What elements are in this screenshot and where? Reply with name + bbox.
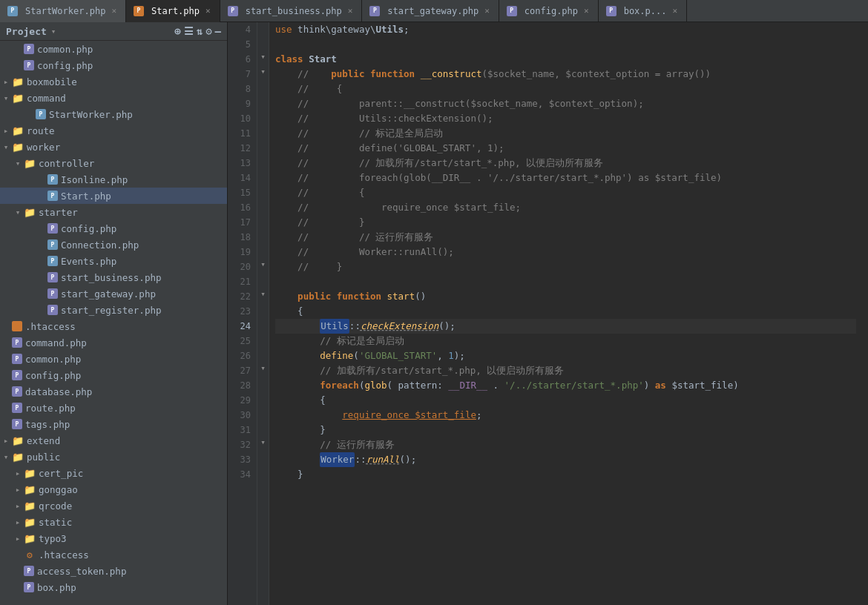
code-line-17: // } — [275, 215, 856, 230]
tree-item-tags-php[interactable]: P tags.php — [0, 416, 227, 432]
ln-14: 14 — [234, 171, 251, 185]
ln-8: 8 — [234, 82, 251, 96]
tree-item-isonline[interactable]: P Isonline.php — [0, 171, 227, 188]
tree-item-start[interactable]: P Start.php — [0, 188, 227, 204]
tree-item-connection[interactable]: P Connection.php — [0, 237, 227, 253]
php-purple-icon-3: P — [507, 6, 517, 16]
folder-icon: 📁 — [12, 125, 24, 136]
tree-item-route[interactable]: 📁 route — [0, 122, 227, 139]
tree-item-access-token[interactable]: P access_token.php — [0, 563, 227, 579]
tree-label: static — [39, 517, 72, 528]
tree-item-boxmobile[interactable]: 📁 boxmobile — [0, 73, 227, 90]
tree-item-config-starter[interactable]: P config.php — [0, 220, 227, 237]
tab-box-close[interactable]: ✕ — [671, 5, 679, 16]
tree-item-config-php-root[interactable]: P config.php — [0, 367, 227, 383]
tree-item-common-php-root[interactable]: P common.php — [0, 351, 227, 367]
settings-icon[interactable]: ⚙ — [206, 25, 211, 37]
tree-item-start-business[interactable]: P start_business.php — [0, 269, 227, 285]
php-purple-icon-1: P — [228, 6, 238, 16]
tree-item-config-php-top[interactable]: P config.php — [0, 57, 227, 73]
tab-start-business-close[interactable]: ✕ — [346, 5, 355, 16]
php-purple-icon-2: P — [369, 6, 380, 16]
ln-34: 34 — [234, 467, 251, 482]
tree-item-extend[interactable]: 📁 extend — [0, 432, 227, 449]
tree-label: database.php — [25, 386, 92, 397]
tree-item-htaccess-top[interactable]: ⚙ .htaccess — [0, 318, 227, 334]
tree-label: starter — [39, 207, 78, 218]
tree-label: boxmobile — [27, 76, 77, 87]
php-blue-icon: P — [47, 239, 58, 250]
project-dropdown-arrow[interactable]: ▾ — [51, 27, 56, 36]
ln-17: 17 — [234, 215, 251, 230]
php-icon: P — [12, 419, 22, 429]
tab-config[interactable]: P config.php ✕ — [499, 0, 599, 22]
tree-item-database-php[interactable]: P database.php — [0, 383, 227, 400]
tree-label: Events.php — [61, 256, 116, 267]
tree-item-start-register[interactable]: P start_register.php — [0, 302, 227, 318]
code-line-11: // // 标记是全局启动 — [275, 126, 856, 141]
sort-icon[interactable]: ⇅ — [197, 25, 203, 37]
tree-item-command[interactable]: 📁 command — [0, 90, 227, 106]
folder-icon: 📁 — [12, 92, 24, 104]
tree-item-start-gateway[interactable]: P start_gateway.php — [0, 285, 227, 302]
tab-box[interactable]: P box.p... ✕ — [599, 0, 687, 22]
tab-start-business[interactable]: P start_business.php ✕ — [220, 0, 363, 22]
code-editor[interactable]: 4 5 6 7 8 9 10 11 12 13 14 15 16 17 18 1… — [228, 22, 868, 605]
code-line-7: // public function __construct($socket_n… — [275, 67, 856, 82]
ln-15: 15 — [234, 185, 251, 200]
minimize-icon[interactable]: — — [215, 25, 221, 37]
tree-item-qrcode[interactable]: 📁 qrcode — [0, 497, 227, 514]
tree-item-common-php-top[interactable]: P common.php — [0, 41, 227, 57]
tab-config-label: config.php — [525, 6, 578, 16]
tree-item-controller[interactable]: 📁 controller — [0, 155, 227, 171]
tree-item-command-php[interactable]: P command.php — [0, 334, 227, 351]
ln-7: 7 — [234, 67, 251, 82]
code-line-22: public function start() — [275, 289, 856, 304]
ln-12: 12 — [234, 141, 251, 156]
folder-icon: 📁 — [12, 451, 24, 463]
code-line-23: { — [275, 304, 856, 319]
tree-item-events[interactable]: P Events.php — [0, 253, 227, 269]
tab-startworker-close[interactable]: ✕ — [110, 5, 118, 16]
tab-start-gateway-close[interactable]: ✕ — [483, 5, 491, 16]
locate-icon[interactable]: ⊕ — [174, 25, 180, 37]
tree-label: config.php — [25, 370, 81, 381]
tab-start[interactable]: P Start.php ✕ — [126, 0, 220, 22]
tree-label: start_gateway.php — [61, 288, 156, 300]
tree-item-htaccess-public[interactable]: ⚙ .htaccess — [0, 546, 227, 563]
tab-start-gateway[interactable]: P start_gateway.php ✕ — [362, 0, 499, 22]
tree-item-startworker[interactable]: P StartWorker.php — [0, 106, 227, 122]
tree-label: .htaccess — [25, 321, 76, 332]
code-line-16: // require_once $start_file; — [275, 200, 856, 215]
htaccess-icon: ⚙ — [24, 549, 36, 561]
tree-item-gonggao[interactable]: 📁 gonggao — [0, 481, 227, 497]
ln-13: 13 — [234, 156, 251, 171]
tree-item-worker[interactable]: 📁 worker — [0, 139, 227, 155]
tree-label: start_register.php — [61, 305, 161, 316]
ln-19: 19 — [234, 245, 251, 259]
ln-6: 6 — [234, 52, 251, 67]
tree-item-cert-pic[interactable]: 📁 cert_pic — [0, 465, 227, 481]
tab-config-close[interactable]: ✕ — [582, 5, 591, 16]
tab-start-close[interactable]: ✕ — [204, 5, 212, 16]
ln-4: 4 — [234, 22, 251, 37]
ln-26: 26 — [234, 348, 251, 363]
tree-item-route-php[interactable]: P route.php — [0, 400, 227, 416]
tree-label: StartWorker.php — [49, 109, 133, 120]
tree-item-box-php[interactable]: P box.php — [0, 579, 227, 595]
tree-item-typo3[interactable]: 📁 typo3 — [0, 530, 227, 546]
code-line-6: class Start — [275, 52, 856, 67]
folder-icon: 📁 — [24, 483, 36, 495]
code-line-26: define('GLOBAL_START', 1); — [275, 348, 856, 363]
tree-label: controller — [39, 158, 94, 169]
tree-item-starter[interactable]: 📁 starter — [0, 204, 227, 220]
tree-label: route — [27, 125, 55, 136]
php-purple-icon-4: P — [606, 6, 617, 16]
php-icon: P — [47, 305, 58, 315]
code-line-4: use think\gateway\Utils; — [275, 22, 856, 37]
collapse-icon[interactable]: ☰ — [184, 25, 194, 37]
tab-startworker[interactable]: P StartWorker.php ✕ — [0, 0, 126, 22]
tree-item-static[interactable]: 📁 static — [0, 514, 227, 530]
ln-21: 21 — [234, 274, 251, 289]
tree-item-public[interactable]: 📁 public — [0, 449, 227, 465]
